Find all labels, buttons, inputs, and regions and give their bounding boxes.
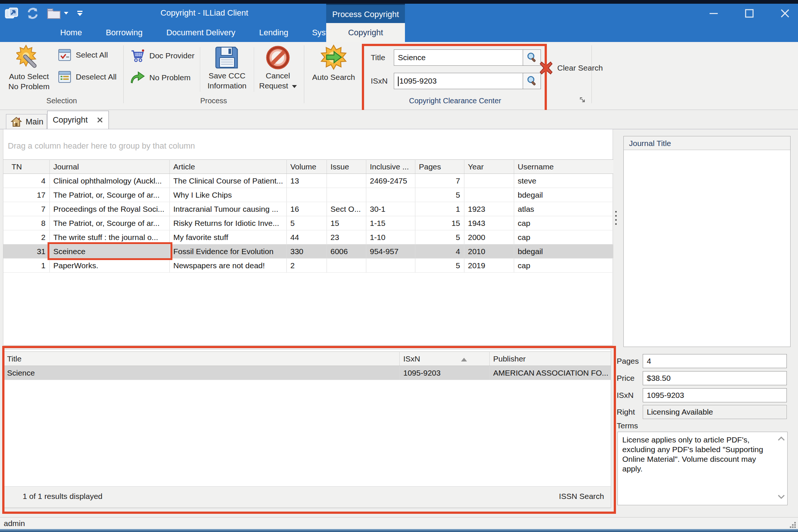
tab-lending[interactable]: Lending <box>247 23 300 42</box>
table-row[interactable]: Science 1095-9203 AMERICAN ASSOCIATION F… <box>3 366 611 380</box>
clear-search-button[interactable]: Clear Search <box>539 61 603 75</box>
ccc-isxn-input[interactable]: 1095-9203 <box>394 73 523 89</box>
col-pages[interactable]: Pages <box>415 160 464 174</box>
journal-title-header[interactable]: Journal Title <box>624 136 790 150</box>
cancel-request-button[interactable]: Cancel Request <box>257 45 299 91</box>
doc-provider-button[interactable]: Doc Provider <box>130 49 194 63</box>
table-row[interactable]: 1 PaperWorks. Newspapers are not dead! 2… <box>3 259 613 273</box>
save-ccc-icon <box>215 45 239 71</box>
maximize-button[interactable] <box>743 7 756 20</box>
ribbon: Auto Select No Problem Select All Desele… <box>0 42 798 110</box>
doc-provider-icon <box>130 49 145 63</box>
table-row[interactable]: 31 Sceinece Fossil Evidence for Evolutio… <box>3 244 613 259</box>
home-icon <box>11 117 22 127</box>
isxn-field[interactable]: 1095-9203 <box>643 388 787 402</box>
col-tn[interactable]: TN <box>3 160 49 174</box>
process-group-label: Process <box>123 97 304 105</box>
illiad-client-window: Copyright - ILLiad Client Process Copyri… <box>0 0 798 532</box>
terms-label: Terms <box>617 421 643 430</box>
scroll-up-icon[interactable] <box>778 436 785 443</box>
auto-search-button[interactable]: Auto Search <box>308 45 360 82</box>
text-cursor <box>398 77 399 86</box>
table-row[interactable]: 8 The Patriot, or, Scourge of ar... Risk… <box>3 216 613 230</box>
terms-text: License applies only to article PDF's, e… <box>622 435 769 474</box>
col-inclusive[interactable]: Inclusive ... <box>366 160 415 174</box>
sort-asc-icon <box>461 358 467 361</box>
contextual-tab-process-copyright[interactable]: Process Copyright <box>326 4 405 23</box>
group-by-hint[interactable]: Drag a column header here to group by th… <box>8 141 195 151</box>
tab-borrowing[interactable]: Borrowing <box>94 23 155 42</box>
col-publisher[interactable]: Publisher <box>489 352 611 366</box>
search-icon <box>526 75 538 87</box>
table-row[interactable]: 7 Proceedings of the Royal Soci... Intra… <box>3 202 613 216</box>
tab-main[interactable]: Main <box>6 114 47 129</box>
no-problem-icon <box>130 71 145 85</box>
dialog-launcher-icon[interactable] <box>580 97 587 106</box>
ccc-title-row: Title Science <box>371 49 541 66</box>
tab-copyright[interactable]: Copyright <box>47 111 109 129</box>
col-isxn[interactable]: ISxN <box>399 352 489 366</box>
sync-icon[interactable] <box>26 7 39 20</box>
col-issue[interactable]: Issue <box>327 160 366 174</box>
minimize-button[interactable] <box>707 7 720 20</box>
results-grid-body: Science 1095-9203 AMERICAN ASSOCIATION F… <box>3 366 611 380</box>
right-label: Right <box>617 408 643 416</box>
logged-in-user: admin <box>4 519 25 528</box>
ribbon-tab-row: Home Borrowing Document Delivery Lending… <box>0 23 798 42</box>
close-button[interactable] <box>779 7 791 20</box>
quick-access-toolbar <box>4 4 84 23</box>
pages-field[interactable]: 4 <box>643 354 787 368</box>
app-icon[interactable] <box>4 6 19 20</box>
deselect-all-icon <box>58 71 71 83</box>
select-all-button[interactable]: Select All <box>58 49 108 61</box>
splitter-icon[interactable] <box>615 211 617 225</box>
window-top-edge <box>0 0 798 4</box>
table-row[interactable]: 17 The Patriot, or, Scourge of ar... Why… <box>3 188 613 202</box>
document-tab-bar: Main Copyright <box>0 110 798 129</box>
col-title[interactable]: Title <box>3 352 399 366</box>
results-footer: 1 of 1 results displayed ISSN Search <box>3 486 611 508</box>
no-problem-button[interactable]: No Problem <box>130 71 191 85</box>
window-bottom-edge <box>0 529 798 532</box>
dropdown-arrow-icon <box>292 85 297 88</box>
journal-title-list[interactable]: Journal Title <box>623 136 791 347</box>
select-all-icon <box>58 49 71 61</box>
title-search-button[interactable] <box>523 49 541 66</box>
tab-close-icon[interactable] <box>97 117 103 123</box>
chevron-down-icon <box>64 12 69 15</box>
request-grid-header[interactable]: TN Journal Article Volume Issue Inclusiv… <box>3 160 613 174</box>
table-row[interactable]: 2 The write stuff : the journal o... My … <box>3 230 613 244</box>
terms-field[interactable]: License applies only to article PDF's, e… <box>617 432 788 505</box>
ribbon-tabs: Home Borrowing Document Delivery Lending… <box>48 23 351 42</box>
ccc-title-input[interactable]: Science <box>394 49 523 66</box>
clear-search-icon <box>539 61 553 75</box>
scroll-down-icon[interactable] <box>778 494 785 501</box>
qat-customize-icon[interactable] <box>76 10 84 17</box>
tab-document-delivery[interactable]: Document Delivery <box>155 23 247 42</box>
results-grid-header[interactable]: Title ISxN Publisher <box>3 352 611 366</box>
new-document-icon[interactable] <box>47 7 69 19</box>
isxn-label: ISxN <box>617 391 643 400</box>
request-grid-body: 4 Clinical ophthalmology (Auckl... The C… <box>3 174 613 273</box>
deselect-all-button[interactable]: Deselect All <box>58 71 117 83</box>
col-username[interactable]: Username <box>514 160 613 174</box>
statusbar: admin <box>0 517 798 529</box>
results-count: 1 of 1 results displayed <box>23 492 103 501</box>
auto-select-no-problem-button[interactable]: Auto Select No Problem <box>5 45 53 91</box>
window-controls <box>707 4 791 23</box>
request-grid: TN Journal Article Volume Issue Inclusiv… <box>3 159 613 273</box>
col-article[interactable]: Article <box>169 160 286 174</box>
table-row[interactable]: 4 Clinical ophthalmology (Auckl... The C… <box>3 174 613 188</box>
price-field[interactable]: $38.50 <box>643 371 787 385</box>
pages-label: Pages <box>617 357 643 366</box>
tab-home[interactable]: Home <box>48 23 94 42</box>
issn-search-label[interactable]: ISSN Search <box>559 492 604 501</box>
search-icon <box>526 52 538 63</box>
save-ccc-information-button[interactable]: Save CCC Information <box>204 45 250 91</box>
tab-copyright-active[interactable]: Copyright <box>326 23 405 42</box>
auto-select-icon <box>16 45 42 71</box>
isxn-search-button[interactable] <box>523 73 541 89</box>
col-volume[interactable]: Volume <box>286 160 327 174</box>
col-journal[interactable]: Journal <box>49 160 169 174</box>
col-year[interactable]: Year <box>464 160 514 174</box>
